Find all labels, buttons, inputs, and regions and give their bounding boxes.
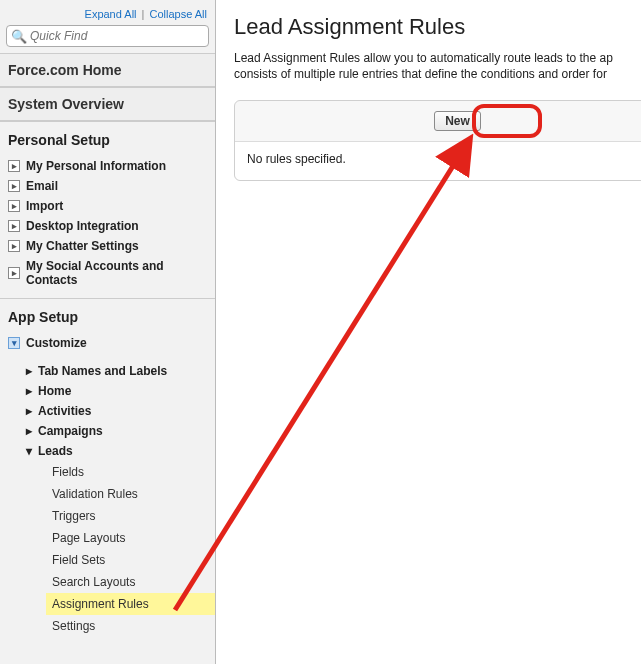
- expand-icon[interactable]: ▸: [26, 384, 32, 398]
- customize-subtree: ▸Tab Names and Labels ▸Home ▸Activities …: [0, 361, 215, 461]
- expand-icon[interactable]: ▸: [8, 160, 20, 172]
- nav-home[interactable]: Force.com Home: [0, 53, 215, 87]
- quick-find-box: 🔍: [6, 25, 209, 47]
- leads-subtree: Fields Validation Rules Triggers Page La…: [0, 461, 215, 637]
- expand-all-link[interactable]: Expand All: [85, 8, 137, 20]
- nav-leads-page-layouts[interactable]: Page Layouts: [46, 527, 215, 549]
- expand-icon[interactable]: ▸: [8, 180, 20, 192]
- nav-tab-names[interactable]: ▸Tab Names and Labels: [26, 361, 215, 381]
- nav-leads-fields[interactable]: Fields: [46, 461, 215, 483]
- tree-toggle-links: Expand All | Collapse All: [0, 5, 215, 25]
- expand-icon[interactable]: ▸: [8, 267, 20, 279]
- setup-sidebar: Expand All | Collapse All 🔍 Force.com Ho…: [0, 0, 216, 664]
- app-setup-tree: ▾Customize: [0, 331, 215, 361]
- rules-empty-message: No rules specified.: [235, 142, 641, 180]
- app-setup-heading: App Setup: [0, 298, 215, 331]
- nav-import[interactable]: ▸Import: [0, 196, 215, 216]
- collapse-icon[interactable]: ▾: [26, 444, 32, 458]
- nav-my-personal-information[interactable]: ▸My Personal Information: [0, 156, 215, 176]
- panel-toolbar: New: [235, 101, 641, 142]
- nav-home-customize[interactable]: ▸Home: [26, 381, 215, 401]
- nav-campaigns[interactable]: ▸Campaigns: [26, 421, 215, 441]
- page-title: Lead Assignment Rules: [234, 14, 641, 40]
- nav-leads-settings[interactable]: Settings: [46, 615, 215, 637]
- expand-icon[interactable]: ▸: [26, 364, 32, 378]
- nav-leads[interactable]: ▾Leads: [26, 441, 215, 461]
- expand-icon[interactable]: ▸: [26, 424, 32, 438]
- main-content: Lead Assignment Rules Lead Assignment Ru…: [216, 0, 641, 664]
- expand-icon[interactable]: ▸: [8, 240, 20, 252]
- collapse-all-link[interactable]: Collapse All: [150, 8, 207, 20]
- search-icon: 🔍: [11, 29, 27, 44]
- separator: |: [142, 8, 145, 20]
- nav-desktop-integration[interactable]: ▸Desktop Integration: [0, 216, 215, 236]
- rules-panel: New No rules specified.: [234, 100, 641, 181]
- expand-icon[interactable]: ▸: [26, 404, 32, 418]
- nav-leads-triggers[interactable]: Triggers: [46, 505, 215, 527]
- expand-icon[interactable]: ▸: [8, 220, 20, 232]
- collapse-icon[interactable]: ▾: [8, 337, 20, 349]
- nav-email[interactable]: ▸Email: [0, 176, 215, 196]
- nav-my-social-accounts[interactable]: ▸My Social Accounts and Contacts: [0, 256, 215, 290]
- nav-leads-assignment-rules[interactable]: Assignment Rules: [46, 593, 215, 615]
- nav-leads-search-layouts[interactable]: Search Layouts: [46, 571, 215, 593]
- nav-my-chatter-settings[interactable]: ▸My Chatter Settings: [0, 236, 215, 256]
- nav-activities[interactable]: ▸Activities: [26, 401, 215, 421]
- personal-setup-tree: ▸My Personal Information ▸Email ▸Import …: [0, 154, 215, 298]
- nav-leads-validation-rules[interactable]: Validation Rules: [46, 483, 215, 505]
- new-button[interactable]: New: [434, 111, 481, 131]
- expand-icon[interactable]: ▸: [8, 200, 20, 212]
- nav-system-overview[interactable]: System Overview: [0, 87, 215, 121]
- personal-setup-heading: Personal Setup: [0, 121, 215, 154]
- nav-customize[interactable]: ▾Customize: [0, 333, 215, 353]
- quick-find-input[interactable]: [30, 29, 204, 43]
- nav-leads-field-sets[interactable]: Field Sets: [46, 549, 215, 571]
- page-intro-text: Lead Assignment Rules allow you to autom…: [234, 50, 641, 82]
